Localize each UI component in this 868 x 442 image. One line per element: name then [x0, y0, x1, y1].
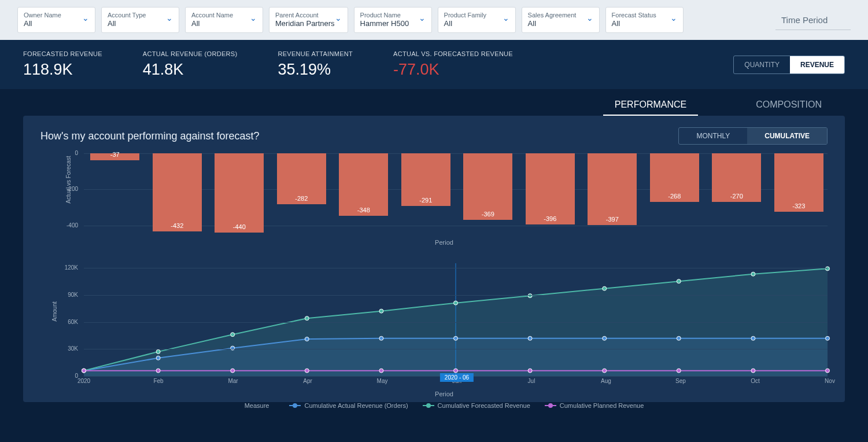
- tab-composition[interactable]: COMPOSITION: [744, 95, 833, 116]
- data-point[interactable]: [751, 336, 755, 340]
- data-point[interactable]: [677, 336, 681, 340]
- bar-11[interactable]: -323: [774, 153, 823, 211]
- bar-9[interactable]: -268: [650, 153, 699, 201]
- marker-badge: 2020 - 06: [440, 373, 474, 382]
- data-point[interactable]: [305, 369, 309, 373]
- data-point[interactable]: [454, 336, 458, 340]
- data-point[interactable]: [751, 369, 755, 373]
- line-y-label: Amount: [51, 301, 58, 321]
- chevron-down-icon: ⌄: [82, 13, 89, 23]
- chart-header: How's my account performing against fore…: [40, 127, 828, 145]
- monthly-button[interactable]: MONTHLY: [679, 128, 747, 144]
- filter-owner-name[interactable]: Owner NameAll⌄: [17, 7, 95, 33]
- data-point[interactable]: [454, 301, 458, 305]
- data-point[interactable]: [677, 279, 681, 283]
- chart-title: How's my account performing against fore…: [40, 130, 260, 142]
- kpi-value: -77.0K: [393, 61, 513, 79]
- legend-planned: Cumulative Planned Revenue: [545, 402, 644, 409]
- legend-actual: Cumulative Actual Revenue (Orders): [289, 402, 408, 409]
- filter-account-name[interactable]: Account NameAll⌄: [185, 7, 263, 33]
- data-point[interactable]: [379, 309, 383, 313]
- kpi-actual-vs-forecast: ACTUAL VS. FORECASTED REVENUE -77.0K: [393, 50, 513, 79]
- data-point[interactable]: [156, 356, 160, 360]
- kpi-label: ACTUAL VS. FORECASTED REVENUE: [393, 50, 513, 57]
- data-point[interactable]: [231, 333, 235, 337]
- kpi-bar: FORECASTED REVENUE 118.9K ACTUAL REVENUE…: [0, 40, 868, 89]
- filter-account-type[interactable]: Account TypeAll⌄: [101, 7, 179, 33]
- data-point[interactable]: [603, 286, 607, 290]
- data-point[interactable]: [156, 369, 160, 373]
- data-point[interactable]: [751, 272, 755, 276]
- kpi-value: 35.19%: [278, 61, 353, 79]
- filter-forecast-status[interactable]: Forecast StatusAll⌄: [605, 7, 684, 33]
- bar-7[interactable]: -396: [526, 153, 575, 224]
- legend-title: Measure: [245, 402, 269, 409]
- kpi-value: 118.9K: [23, 61, 102, 79]
- bar-6[interactable]: -369: [463, 153, 512, 220]
- data-point[interactable]: [305, 337, 309, 341]
- chevron-down-icon: ⌄: [586, 13, 593, 23]
- filter-sales-agreement[interactable]: Sales AgreementAll⌄: [522, 7, 600, 33]
- bar-8[interactable]: -397: [588, 153, 637, 225]
- main-area: PERFORMANCE COMPOSITION How's my account…: [0, 89, 868, 414]
- data-point[interactable]: [528, 336, 532, 340]
- chevron-down-icon: ⌄: [250, 13, 257, 23]
- legend: Measure Cumulative Actual Revenue (Order…: [61, 402, 828, 409]
- cumulative-button[interactable]: CUMULATIVE: [747, 128, 827, 144]
- line-chart: Amount 030K60K90K120K 2020FebMarAprMayJu…: [61, 263, 828, 393]
- bar-2[interactable]: -440: [215, 153, 264, 233]
- kpi-value: 41.8K: [143, 61, 238, 79]
- quantity-button[interactable]: QUANTITY: [734, 56, 790, 73]
- bar-5[interactable]: -291: [401, 153, 450, 206]
- legend-forecast: Cumulative Forecasted Revenue: [423, 402, 530, 409]
- time-period-filter[interactable]: Time Period: [775, 10, 851, 30]
- chevron-down-icon: ⌄: [670, 13, 677, 23]
- data-point[interactable]: [379, 369, 383, 373]
- tabs: PERFORMANCE COMPOSITION: [0, 89, 868, 116]
- kpi-label: ACTUAL REVENUE (ORDERS): [143, 50, 238, 57]
- chevron-down-icon: ⌄: [503, 13, 509, 23]
- period-label: Period: [61, 239, 828, 246]
- chart-panel: How's my account performing against fore…: [23, 116, 845, 402]
- unit-toggle: QUANTITY REVENUE: [733, 56, 845, 74]
- chevron-down-icon: ⌄: [166, 13, 173, 23]
- bar-4[interactable]: -348: [339, 153, 388, 216]
- bar-10[interactable]: -270: [712, 153, 761, 202]
- data-point[interactable]: [677, 369, 681, 373]
- data-point[interactable]: [82, 369, 86, 373]
- data-point[interactable]: [603, 336, 607, 340]
- view-toggle: MONTHLY CUMULATIVE: [678, 127, 828, 145]
- period-label: Period: [61, 391, 828, 397]
- filter-parent-account[interactable]: Parent AccountMeridian Partners⌄: [269, 7, 348, 33]
- kpi-revenue-attainment: REVENUE ATTAINMENT 35.19%: [278, 50, 353, 79]
- kpi-label: REVENUE ATTAINMENT: [278, 50, 353, 57]
- data-point[interactable]: [379, 336, 383, 340]
- kpi-actual-revenue: ACTUAL REVENUE (ORDERS) 41.8K: [143, 50, 238, 79]
- filter-bar: Owner NameAll⌄Account TypeAll⌄Account Na…: [0, 0, 868, 40]
- chevron-down-icon: ⌄: [419, 13, 426, 23]
- kpi-forecasted-revenue: FORECASTED REVENUE 118.9K: [23, 50, 102, 79]
- filter-product-family[interactable]: Product FamilyAll⌄: [438, 7, 516, 33]
- data-point[interactable]: [454, 369, 458, 373]
- bar-0[interactable]: -37: [90, 153, 139, 160]
- filter-product-name[interactable]: Product NameHammer H500⌄: [354, 7, 432, 33]
- bar-3[interactable]: -282: [277, 153, 326, 204]
- bar-chart: Actual vs Forecast 0-200-400 -37-432-440…: [61, 153, 828, 252]
- revenue-button[interactable]: REVENUE: [790, 56, 844, 73]
- data-point[interactable]: [305, 316, 309, 321]
- data-point[interactable]: [826, 369, 830, 373]
- data-point[interactable]: [156, 350, 160, 354]
- bar-1[interactable]: -432: [153, 153, 202, 231]
- data-point[interactable]: [231, 369, 235, 373]
- kpi-label: FORECASTED REVENUE: [23, 50, 102, 57]
- chevron-down-icon: ⌄: [335, 13, 342, 23]
- data-point[interactable]: [826, 336, 830, 340]
- tab-performance[interactable]: PERFORMANCE: [603, 95, 698, 116]
- data-point[interactable]: [528, 369, 532, 373]
- data-point[interactable]: [603, 369, 607, 373]
